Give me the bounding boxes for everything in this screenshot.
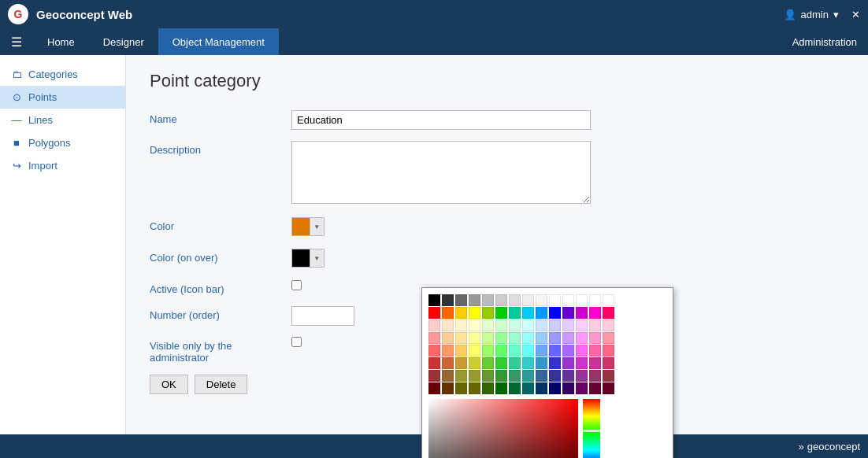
swatch-cell[interactable] [455, 332, 467, 344]
swatch-cell[interactable] [536, 319, 547, 331]
swatch-cell[interactable] [603, 382, 614, 394]
swatch-cell[interactable] [509, 294, 521, 306]
swatch-cell[interactable] [549, 332, 561, 344]
active-checkbox[interactable] [291, 280, 302, 290]
sidebar-item-points[interactable]: ⊙ Points [0, 86, 125, 109]
swatch-cell[interactable] [469, 294, 480, 306]
swatch-cell[interactable] [549, 307, 561, 319]
swatch-cell[interactable] [603, 294, 614, 306]
swatch-cell[interactable] [522, 294, 534, 306]
swatch-cell[interactable] [442, 345, 454, 356]
swatch-cell[interactable] [562, 345, 574, 356]
swatch-cell[interactable] [536, 294, 547, 306]
swatch-cell[interactable] [442, 307, 454, 319]
swatch-cell[interactable] [576, 332, 588, 344]
swatch-cell[interactable] [603, 332, 614, 344]
color-on-over-dropdown-arrow[interactable]: ▾ [310, 249, 324, 267]
swatch-cell[interactable] [589, 307, 601, 319]
swatch-cell[interactable] [442, 370, 454, 382]
swatch-cell[interactable] [589, 370, 601, 382]
swatch-cell[interactable] [428, 357, 440, 369]
swatch-cell[interactable] [469, 357, 480, 369]
swatch-cell[interactable] [495, 332, 507, 344]
swatch-cell[interactable] [522, 307, 534, 319]
swatch-cell[interactable] [549, 345, 561, 356]
nav-tab-object-management[interactable]: Object Management [158, 28, 279, 55]
swatch-cell[interactable] [495, 382, 507, 394]
close-icon[interactable]: ✕ [851, 9, 860, 20]
swatch-cell[interactable] [522, 332, 534, 344]
swatch-cell[interactable] [589, 332, 601, 344]
sidebar-item-categories[interactable]: 🗀 Categories [0, 63, 125, 86]
swatch-cell[interactable] [509, 357, 521, 369]
swatch-cell[interactable] [589, 345, 601, 356]
swatch-cell[interactable] [576, 345, 588, 356]
swatch-cell[interactable] [536, 332, 547, 344]
swatch-cell[interactable] [495, 357, 507, 369]
swatch-cell[interactable] [495, 294, 507, 306]
swatch-cell[interactable] [455, 357, 467, 369]
swatch-cell[interactable] [455, 345, 467, 356]
swatch-cell[interactable] [562, 382, 574, 394]
ok-button[interactable]: OK [150, 375, 188, 394]
swatch-cell[interactable] [522, 370, 534, 382]
swatch-cell[interactable] [603, 357, 614, 369]
swatch-cell[interactable] [536, 345, 547, 356]
swatch-cell[interactable] [522, 357, 534, 369]
swatch-cell[interactable] [522, 345, 534, 356]
color-on-over-button[interactable]: ▾ [291, 249, 325, 268]
administration-link[interactable]: Administration [792, 36, 868, 48]
swatch-cell[interactable] [603, 345, 614, 356]
swatch-cell[interactable] [469, 345, 480, 356]
swatch-cell[interactable] [589, 357, 601, 369]
swatch-cell[interactable] [455, 319, 467, 331]
swatch-cell[interactable] [522, 382, 534, 394]
swatch-cell[interactable] [549, 294, 561, 306]
visible-checkbox[interactable] [291, 337, 302, 347]
swatch-cell[interactable] [549, 382, 561, 394]
swatch-cell[interactable] [562, 294, 574, 306]
swatch-cell[interactable] [603, 307, 614, 319]
swatch-cell[interactable] [442, 382, 454, 394]
swatch-cell[interactable] [469, 370, 480, 382]
swatch-cell[interactable] [455, 307, 467, 319]
hue-bar[interactable] [583, 399, 600, 458]
description-input[interactable] [291, 141, 591, 204]
swatch-cell[interactable] [495, 345, 507, 356]
swatch-cell[interactable] [509, 332, 521, 344]
swatch-cell[interactable] [428, 370, 440, 382]
swatch-cell[interactable] [509, 319, 521, 331]
swatch-cell[interactable] [442, 332, 454, 344]
swatch-cell[interactable] [442, 294, 454, 306]
swatch-cell[interactable] [549, 319, 561, 331]
swatch-cell[interactable] [576, 307, 588, 319]
swatch-cell[interactable] [589, 382, 601, 394]
swatch-cell[interactable] [495, 370, 507, 382]
swatch-cell[interactable] [469, 382, 480, 394]
swatch-cell[interactable] [536, 382, 547, 394]
delete-button[interactable]: Delete [195, 375, 248, 394]
swatch-cell[interactable] [589, 319, 601, 331]
swatch-cell[interactable] [428, 382, 440, 394]
swatch-cell[interactable] [536, 370, 547, 382]
swatch-cell[interactable] [455, 294, 467, 306]
swatch-cell[interactable] [469, 319, 480, 331]
swatch-cell[interactable] [562, 370, 574, 382]
swatch-cell[interactable] [576, 382, 588, 394]
swatch-cell[interactable] [428, 345, 440, 356]
swatch-cell[interactable] [576, 319, 588, 331]
swatch-cell[interactable] [576, 370, 588, 382]
swatch-cell[interactable] [495, 307, 507, 319]
swatch-cell[interactable] [428, 319, 440, 331]
swatch-cell[interactable] [469, 307, 480, 319]
swatch-cell[interactable] [509, 307, 521, 319]
nav-tab-home[interactable]: Home [33, 28, 89, 55]
name-input[interactable] [291, 110, 591, 130]
swatch-cell[interactable] [482, 332, 494, 344]
swatch-cell[interactable] [482, 345, 494, 356]
number-input[interactable] [291, 306, 354, 326]
swatch-cell[interactable] [562, 357, 574, 369]
user-dropdown-icon[interactable]: ▾ [833, 9, 839, 20]
swatch-cell[interactable] [589, 294, 601, 306]
color-dropdown-arrow[interactable]: ▾ [310, 218, 324, 235]
